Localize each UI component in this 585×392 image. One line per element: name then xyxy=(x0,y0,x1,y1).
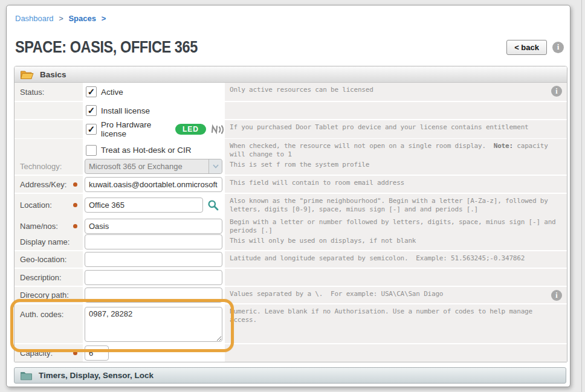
title-actions: < back i xyxy=(506,40,564,55)
form-row-display-name: Display name: This will only be used on … xyxy=(15,234,567,251)
timers-section-header[interactable]: Timers, Display, Sensor, Lock xyxy=(14,367,566,384)
required-dot xyxy=(73,351,77,355)
pro-hardware-checkbox[interactable]: ✓ xyxy=(86,124,97,135)
hotdesk-label: Treat as Hot-desk or CIR xyxy=(101,146,192,155)
basics-section-header[interactable]: Basics xyxy=(15,66,567,83)
form-row-status: Status: ✓ Active Only active resources c… xyxy=(15,83,567,102)
info-icon[interactable]: i xyxy=(551,290,562,301)
basics-section: Basics Status: ✓ Active Only active reso… xyxy=(14,66,567,362)
form-row-description: Description: xyxy=(15,269,567,287)
form-row-technology: Technology: Microsoft 365 or Exchange Th… xyxy=(15,158,567,176)
form-row-name: Name/nos: Begin with a letter or number … xyxy=(15,215,567,234)
title-row: SPACE: OASIS, OFFICE 365 < back i xyxy=(15,36,564,59)
breadcrumb-separator: > xyxy=(59,14,63,23)
status-label-cell: Status: xyxy=(15,83,83,101)
name-nos-input[interactable] xyxy=(85,219,222,234)
breadcrumb: Dashboard > Spaces > xyxy=(15,14,565,25)
location-input[interactable] xyxy=(85,198,203,213)
form-row-capacity: Capacity: xyxy=(15,344,567,362)
page-title: SPACE: OASIS, OFFICE 365 xyxy=(15,37,198,57)
description-input[interactable] xyxy=(85,270,222,285)
capacity-input[interactable] xyxy=(85,345,109,361)
breadcrumb-spaces-link[interactable]: Spaces xyxy=(68,14,96,23)
directory-path-input[interactable] xyxy=(85,288,222,303)
folder-open-icon xyxy=(20,69,34,80)
auth-codes-textarea[interactable]: 0987, 28282 xyxy=(85,307,222,342)
section-title: Basics xyxy=(40,70,66,79)
technology-select[interactable]: Microsoft 365 or Exchange xyxy=(85,159,222,174)
pro-hardware-label: Pro Hardware license xyxy=(101,120,170,138)
form-row-geo-location: Geo-location: Latitude and longitude sep… xyxy=(15,251,567,269)
chevron-down-icon xyxy=(208,159,222,173)
form-row-location: Location: Also known as the "prime neigh… xyxy=(15,194,567,215)
required-dot xyxy=(73,182,77,187)
form-row-install-license: ✓ Install license xyxy=(15,102,567,120)
info-icon[interactable]: i xyxy=(552,42,564,53)
page: Dashboard > Spaces > SPACE: OASIS, OFFIC… xyxy=(6,5,570,387)
form-row-directory-path: Direcory path: Values separated by a \. … xyxy=(15,287,567,304)
status-field-cell: ✓ Active xyxy=(83,83,225,101)
install-license-checkbox[interactable]: ✓ xyxy=(86,105,97,116)
form-row-pro-hardware: ✓ Pro Hardware license LED If you purcha… xyxy=(15,120,567,139)
required-dot xyxy=(73,224,77,228)
back-button[interactable]: < back xyxy=(506,40,547,55)
geo-location-input[interactable] xyxy=(85,252,222,267)
breadcrumb-separator: > xyxy=(102,14,106,23)
form-row-auth-codes: Auth. codes: 0987, 28282 Numeric. Leave … xyxy=(15,304,567,344)
active-checkbox[interactable]: ✓ xyxy=(86,86,97,97)
install-license-label: Install license xyxy=(101,106,150,115)
desktop-canvas: Dashboard > Spaces > SPACE: OASIS, OFFIC… xyxy=(0,0,585,392)
folder-icon xyxy=(20,371,33,381)
search-icon[interactable] xyxy=(207,199,219,211)
active-checkbox-label: Active xyxy=(101,88,123,97)
led-badge: LED xyxy=(175,124,206,135)
address-key-input[interactable] xyxy=(85,177,222,192)
window-edge xyxy=(581,0,582,392)
section-title: Timers, Display, Sensor, Lock xyxy=(39,371,154,380)
form-row-address: Address/Key: This field will contain to … xyxy=(15,176,567,194)
form-row-hotdesk: Treat as Hot-desk or CIR When checked, t… xyxy=(15,139,567,158)
status-help-cell: Only active resources can be licensed i xyxy=(225,83,567,101)
info-icon[interactable]: i xyxy=(551,86,562,97)
nfc-signal-icon xyxy=(210,124,225,134)
required-dot xyxy=(73,203,77,207)
display-name-input[interactable] xyxy=(85,234,222,249)
breadcrumb-dashboard-link[interactable]: Dashboard xyxy=(15,14,54,23)
hotdesk-checkbox[interactable] xyxy=(86,145,97,156)
